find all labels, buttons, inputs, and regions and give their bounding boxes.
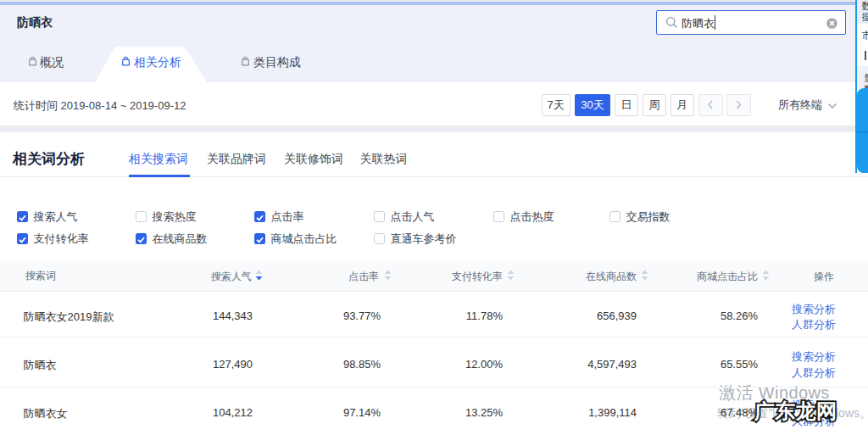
svg-text:广东龙网: 广东龙网 — [754, 399, 837, 422]
